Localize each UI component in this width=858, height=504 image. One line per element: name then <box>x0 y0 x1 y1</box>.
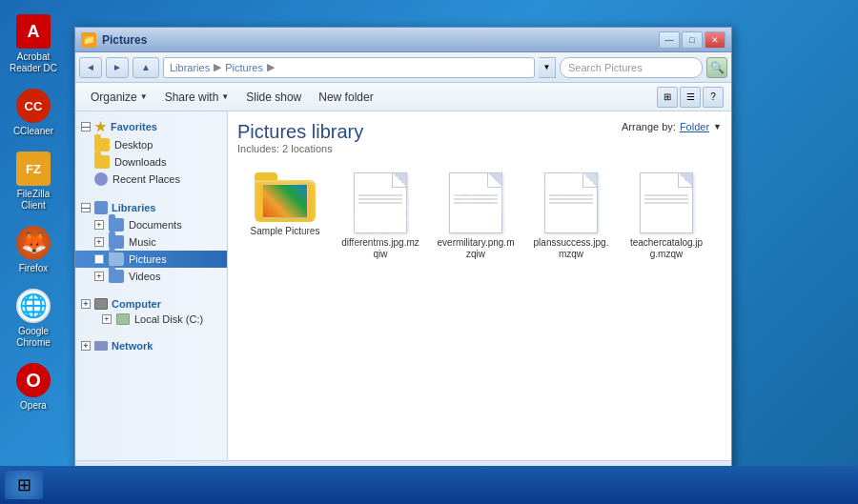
libraries-icon <box>94 201 108 214</box>
videos-expand-icon[interactable]: + <box>94 272 104 281</box>
share-dropdown-arrow: ▼ <box>221 92 229 101</box>
sample-pictures-label: Sample Pictures <box>251 226 320 237</box>
search-box[interactable]: Search Pictures <box>560 57 703 78</box>
computer-expand-icon[interactable]: + <box>81 299 91 309</box>
maximize-button[interactable]: □ <box>682 31 703 49</box>
close-button[interactable]: ✕ <box>705 31 725 49</box>
file-grid: Sample Pictures differentms.jpg.mzqiw <box>237 164 722 269</box>
sidebar-item-recent[interactable]: Recent Places <box>75 171 227 188</box>
sidebar-item-local-disk[interactable]: + Local Disk (C:) <box>75 312 227 327</box>
title-bar-left: 📁 Pictures <box>81 32 147 48</box>
sidebar-section-network: + Network <box>75 338 227 353</box>
acrobat-label: Acrobat Reader DC <box>7 51 60 74</box>
favorites-collapse-icon[interactable]: — <box>81 122 91 131</box>
file-label-1: differentms.jpg.mzqiw <box>341 237 419 260</box>
music-folder-icon <box>109 235 124 249</box>
organize-button[interactable]: Organize ▼ <box>83 86 155 109</box>
file-item-4[interactable]: teachercatalog.jpg.mzqw <box>623 169 709 264</box>
file-item-1[interactable]: differentms.jpg.mzqiw <box>337 169 423 264</box>
network-expand-icon[interactable]: + <box>81 341 91 351</box>
address-pictures[interactable]: Pictures <box>225 62 263 73</box>
desktop-icon-acrobat[interactable]: A Acrobat Reader DC <box>3 10 64 78</box>
libraries-collapse-icon[interactable]: — <box>81 203 91 212</box>
file-doc-3 <box>544 172 598 233</box>
file-area: Pictures library Includes: 2 locations A… <box>228 111 731 460</box>
back-button[interactable]: ◄ <box>79 57 102 78</box>
sidebar-item-downloads[interactable]: Downloads <box>75 153 227 171</box>
sidebar-item-pictures[interactable]: + Pictures <box>75 251 227 268</box>
arrange-dropdown-arrow: ▼ <box>713 122 722 131</box>
sidebar-item-music[interactable]: + Music <box>75 233 227 251</box>
sample-pictures-folder-icon <box>255 172 316 222</box>
up-button[interactable]: ▲ <box>133 57 159 78</box>
organize-dropdown-arrow: ▼ <box>140 92 148 101</box>
sidebar-computer-header[interactable]: + Computer <box>75 296 227 312</box>
sidebar-section-favorites: — ★ Favorites Desktop Downloads Recent P… <box>75 117 227 188</box>
slideshow-button[interactable]: Slide show <box>238 86 309 109</box>
localdisk-expand-icon[interactable]: + <box>102 314 112 324</box>
desktop-icon-filezilla[interactable]: FZ FileZilla Client <box>3 147 64 215</box>
sidebar-network-header[interactable]: + Network <box>75 338 227 353</box>
library-header: Pictures library Includes: 2 locations A… <box>237 121 722 154</box>
ccleaner-label: CCleaner <box>13 126 53 137</box>
ccleaner-icon: CC <box>16 89 51 123</box>
file-item-sample-pictures[interactable]: Sample Pictures <box>242 169 328 264</box>
address-libraries[interactable]: Libraries <box>170 62 210 73</box>
filezilla-icon: FZ <box>16 151 51 186</box>
filezilla-label: FileZilla Client <box>7 189 60 212</box>
desktop-icon-ccleaner[interactable]: CC CCleaner <box>3 84 64 141</box>
minimize-button[interactable]: — <box>659 31 680 49</box>
view-extra-button[interactable]: ⊞ <box>657 87 678 108</box>
address-dropdown[interactable]: ▼ <box>539 57 556 78</box>
opera-icon: O <box>16 363 51 397</box>
window-icon: 📁 <box>81 32 96 48</box>
recent-places-icon <box>94 172 108 186</box>
documents-folder-icon <box>109 218 124 232</box>
view-list-button[interactable]: ☰ <box>680 87 701 108</box>
documents-expand-icon[interactable]: + <box>94 220 104 230</box>
pictures-expand-icon[interactable]: + <box>94 254 104 264</box>
network-icon <box>94 341 108 351</box>
search-button[interactable]: 🔍 <box>706 57 727 78</box>
desktop-icon-chrome[interactable]: 🌐 Google Chrome <box>3 284 64 353</box>
desktop-folder-icon <box>94 138 110 151</box>
chrome-icon: 🌐 <box>16 289 51 323</box>
arrange-by-value[interactable]: Folder <box>680 121 709 132</box>
view-help-button[interactable]: ? <box>703 87 724 108</box>
arrange-by-label: Arrange by: <box>622 121 676 132</box>
sidebar-item-documents[interactable]: + Documents <box>75 216 227 233</box>
sidebar-libraries-header[interactable]: — Libraries <box>75 199 227 216</box>
sidebar-section-libraries: — Libraries + Documents + Music + <box>75 199 227 285</box>
title-bar: 📁 Pictures — □ ✕ <box>75 28 731 52</box>
explorer-window: 📁 Pictures — □ ✕ ◄ ► ▲ Libraries ▶ Pictu… <box>74 27 732 484</box>
forward-button[interactable]: ► <box>106 57 129 78</box>
taskbar: ⊞ <box>0 466 858 504</box>
window-title: Pictures <box>102 33 147 47</box>
desktop-icon-opera[interactable]: O Opera <box>3 358 64 415</box>
videos-folder-icon <box>109 270 124 283</box>
address-bar: ◄ ► ▲ Libraries ▶ Pictures ▶ ▼ Search Pi… <box>75 52 731 83</box>
share-with-button[interactable]: Share with ▼ <box>157 86 237 109</box>
music-expand-icon[interactable]: + <box>94 237 104 247</box>
file-item-2[interactable]: evermilitary.png.mzqiw <box>433 169 519 264</box>
chrome-label: Google Chrome <box>7 326 60 349</box>
sidebar-item-videos[interactable]: + Videos <box>75 268 227 285</box>
file-doc-2 <box>449 172 502 233</box>
search-placeholder: Search Pictures <box>568 62 643 73</box>
toolbar: Organize ▼ Share with ▼ Slide show New f… <box>75 83 731 111</box>
start-icon: ⊞ <box>17 474 31 495</box>
file-item-3[interactable]: planssuccess.jpg.mzqw <box>528 169 614 264</box>
start-button[interactable]: ⊞ <box>5 471 43 499</box>
content-area: — ★ Favorites Desktop Downloads Recent P… <box>75 111 731 460</box>
computer-icon <box>94 298 108 310</box>
arrange-by: Arrange by: Folder ▼ <box>622 121 722 132</box>
desktop-icon-firefox[interactable]: 🦊 Firefox <box>3 221 64 278</box>
view-buttons: ⊞ ☰ ? <box>657 87 724 108</box>
address-box[interactable]: Libraries ▶ Pictures ▶ <box>163 57 535 78</box>
file-label-3: planssuccess.jpg.mzqw <box>532 237 610 260</box>
library-title: Pictures library <box>237 121 363 143</box>
opera-label: Opera <box>20 400 47 412</box>
sidebar-favorites-header[interactable]: — ★ Favorites <box>75 117 227 136</box>
file-label-4: teachercatalog.jpg.mzqw <box>627 237 705 260</box>
new-folder-button[interactable]: New folder <box>311 86 380 109</box>
